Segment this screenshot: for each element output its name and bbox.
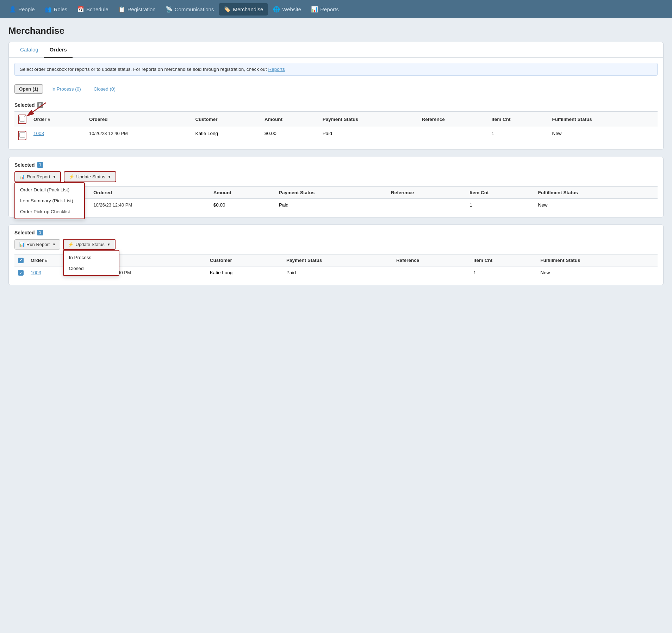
nav-communications-label: Communications — [175, 6, 214, 12]
tab-catalog[interactable]: Catalog — [14, 42, 44, 58]
selected-badge-2: 1 — [37, 162, 44, 168]
cell-item-cnt: 1 — [488, 127, 549, 144]
report-pickup-checklist[interactable]: Order Pick-up Checklist — [15, 206, 84, 217]
report-order-detail[interactable]: Order Detail (Pack List) — [15, 184, 84, 195]
orders-table-2: Order # Ordered Amount Payment Status Re… — [14, 186, 658, 211]
col-payment-status-1: Payment Status — [319, 112, 418, 127]
run-report-icon-3: 📊 — [19, 242, 25, 247]
selected-label-1: Selected 0 — [14, 102, 658, 108]
col-amount-2: Amount — [210, 187, 275, 199]
update-status-caret-3: ▼ — [107, 242, 111, 246]
run-report-button-3[interactable]: 📊 Run Report ▼ — [14, 239, 60, 250]
update-status-dropdown: ⚡ Update Status ▼ In Process Closed — [63, 239, 115, 250]
selected-label-3: Selected 1 — [14, 230, 658, 235]
nav-roles-label: Roles — [54, 6, 67, 12]
cell-fulfillment-status-3: New — [537, 266, 658, 279]
main-card: Catalog Orders Select order checkbox for… — [8, 42, 664, 150]
cell-payment-status-2: Paid — [275, 198, 387, 211]
update-status-icon-3: ⚡ — [68, 242, 74, 247]
nav-registration-label: Registration — [127, 6, 156, 12]
nav-reports-label: Reports — [320, 6, 339, 12]
col-fulfillment-status-2: Fulfillment Status — [535, 187, 658, 199]
people-icon: 👤 — [9, 6, 16, 13]
nav-website-label: Website — [282, 6, 301, 12]
cell-payment-status-3: Paid — [283, 266, 393, 279]
status-closed[interactable]: Closed — [64, 263, 119, 274]
selected-label-2: Selected 1 — [14, 162, 658, 168]
col-ordered-2: Ordered — [90, 187, 210, 199]
merchandise-icon: 🏷️ — [224, 6, 231, 13]
update-status-button-2[interactable]: ⚡ Update Status ▼ — [64, 171, 116, 182]
order-link-3[interactable]: 1003 — [31, 270, 41, 275]
update-status-button-3[interactable]: ⚡ Update Status ▼ — [63, 239, 115, 250]
order-link-1[interactable]: 1003 — [33, 131, 44, 136]
run-report-menu: Order Detail (Pack List) Item Summary (P… — [14, 182, 85, 219]
nav-registration[interactable]: 📋 Registration — [113, 3, 161, 16]
nav-schedule[interactable]: 📅 Schedule — [72, 3, 113, 16]
select-all-checkbox-3[interactable] — [18, 258, 24, 263]
run-report-icon: 📊 — [19, 174, 25, 179]
cell-amount: $0.00 — [261, 127, 319, 144]
col-payment-status-3: Payment Status — [283, 254, 393, 266]
section-2-card: Selected 1 📊 Run Report ▼ Order Detail (… — [8, 157, 664, 217]
reports-icon: 📊 — [311, 6, 318, 13]
cell-fulfillment-status-2: New — [535, 198, 658, 211]
nav-reports[interactable]: 📊 Reports — [306, 3, 344, 16]
table-row: 1003 10/26/23 12:40 PM $0.00 Paid 1 New — [14, 198, 658, 211]
cell-customer-3: Katie Long — [206, 266, 283, 279]
nav-communications[interactable]: 📡 Communications — [161, 3, 219, 16]
col-item-cnt-1: Item Cnt — [488, 112, 549, 127]
cell-reference — [418, 127, 488, 144]
website-icon: 🌐 — [273, 6, 280, 13]
status-in-process[interactable]: In Process — [64, 252, 119, 263]
selected-badge-3: 1 — [37, 230, 44, 235]
info-message: Select order checkbox for reports or to … — [14, 63, 658, 76]
cell-item-cnt-3: 1 — [470, 266, 537, 279]
col-reference-2: Reference — [387, 187, 466, 199]
nav-website[interactable]: 🌐 Website — [268, 3, 306, 16]
nav-people[interactable]: 👤 People — [4, 3, 40, 16]
row-checkbox-3[interactable] — [18, 270, 24, 276]
filter-in-process[interactable]: In Process (0) — [47, 85, 85, 93]
page-title: Merchandise — [8, 25, 664, 36]
cell-ordered: 10/26/23 12:40 PM — [86, 127, 192, 144]
tab-orders[interactable]: Orders — [44, 42, 73, 58]
cell-item-cnt-2: 1 — [466, 198, 535, 211]
col-customer-3: Customer — [206, 254, 283, 266]
nav-roles[interactable]: 👥 Roles — [40, 3, 72, 16]
report-item-summary[interactable]: Item Summary (Pick List) — [15, 195, 84, 206]
update-status-icon-2: ⚡ — [69, 174, 74, 179]
col-fulfillment-status-3: Fulfillment Status — [537, 254, 658, 266]
registration-icon: 📋 — [118, 6, 125, 13]
cell-payment-status: Paid — [319, 127, 418, 144]
row-checkbox-1[interactable] — [19, 132, 25, 138]
section-3-card: Selected 1 📊 Run Report ▼ ⚡ Update Statu… — [8, 225, 664, 285]
cell-ordered-2: 10/26/23 12:40 PM — [90, 198, 210, 211]
col-reference-1: Reference — [418, 112, 488, 127]
col-customer-1: Customer — [192, 112, 261, 127]
col-amount-1: Amount — [261, 112, 319, 127]
nav-merchandise[interactable]: 🏷️ Merchandise — [219, 3, 268, 16]
table-row: 1003 10/26/23 12:40 PM Katie Long $0.00 … — [14, 127, 658, 144]
roles-icon: 👥 — [45, 6, 52, 13]
top-navigation: 👤 People 👥 Roles 📅 Schedule 📋 Registrati… — [0, 0, 672, 18]
col-ordered-1: Ordered — [86, 112, 192, 127]
col-fulfillment-status-1: Fulfillment Status — [548, 112, 658, 127]
nav-schedule-label: Schedule — [86, 6, 108, 12]
toolbar-2: 📊 Run Report ▼ Order Detail (Pack List) … — [14, 171, 658, 182]
reports-link[interactable]: Reports — [268, 67, 285, 72]
cell-amount-2: $0.00 — [210, 198, 275, 211]
col-item-cnt-3: Item Cnt — [470, 254, 537, 266]
toolbar-3: 📊 Run Report ▼ ⚡ Update Status ▼ In Proc… — [14, 239, 658, 250]
filter-open[interactable]: Open (1) — [14, 84, 43, 94]
select-all-checkbox-1[interactable] — [19, 116, 25, 122]
filter-row: Open (1) In Process (0) Closed (0) — [9, 81, 663, 97]
col-reference-3: Reference — [393, 254, 470, 266]
run-report-button[interactable]: 📊 Run Report ▼ — [14, 171, 61, 182]
update-status-menu: In Process Closed — [63, 250, 119, 276]
cell-customer: Katie Long — [192, 127, 261, 144]
filter-closed[interactable]: Closed (0) — [89, 85, 120, 93]
section-1: Selected 0 — [9, 97, 663, 149]
orders-table-1: Order # Ordered Customer Amount Payment … — [14, 111, 658, 144]
run-report-caret: ▼ — [52, 175, 56, 179]
